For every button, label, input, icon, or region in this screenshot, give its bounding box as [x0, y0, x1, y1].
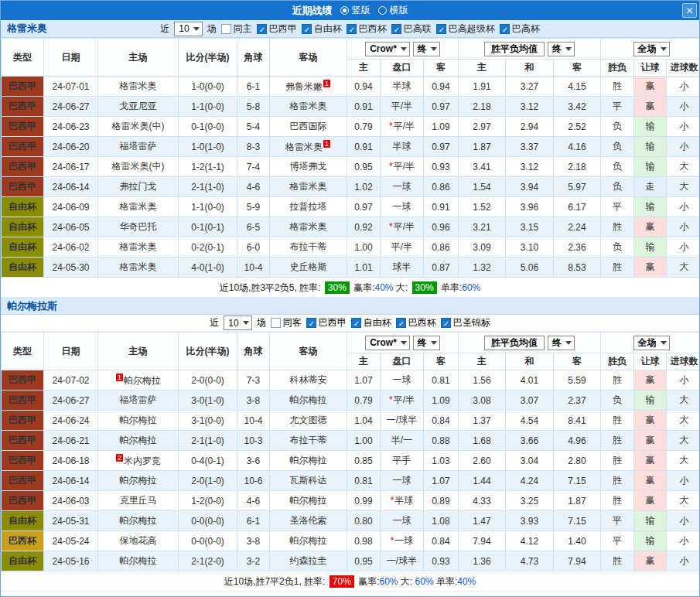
away-team[interactable]: 格雷米奥 — [270, 217, 347, 237]
home-team[interactable]: 保地花高 — [98, 531, 179, 551]
euro-draw-odds: 3.15 — [506, 217, 554, 237]
odds-mode-select[interactable]: 胜平负均值 — [484, 336, 545, 350]
company-final-select[interactable]: 终 — [413, 336, 440, 350]
home-team[interactable]: 2米内罗竞 — [98, 451, 179, 471]
home-team[interactable]: 福塔雷萨 — [98, 137, 179, 157]
odds-mode-select[interactable]: 胜平负均值 — [484, 42, 545, 56]
home-team[interactable]: 帕尔梅拉 — [98, 471, 179, 491]
near-label: 近 — [210, 316, 219, 329]
home-team[interactable]: 格雷米奥 — [98, 237, 179, 258]
handicap-result-cell: 输 — [634, 531, 667, 551]
result-cell: 平 — [601, 531, 634, 551]
scope-select[interactable]: 全场 — [633, 42, 670, 56]
asian-away-odds: 1.09 — [424, 391, 459, 411]
league-checkbox[interactable]: 巴西杯 — [396, 316, 436, 329]
league-checkbox[interactable]: 巴高超级杯 — [436, 22, 495, 36]
league-checkbox[interactable]: 巴西杯 — [347, 22, 387, 36]
team-name-text: 帕尔梅拉 — [120, 475, 157, 486]
away-team[interactable]: 弗鲁米嫩1 — [270, 77, 347, 97]
away-team[interactable]: 帕尔梅拉 — [270, 531, 347, 551]
home-team[interactable]: 帕尔梅拉 — [98, 411, 179, 431]
same-venue-checkbox[interactable]: 同客 — [271, 316, 302, 329]
scope-select-value: 全场 — [638, 43, 657, 56]
euro-draw-odds: 4.24 — [506, 471, 554, 491]
rank-badge: 2 — [116, 454, 123, 462]
league-checkbox[interactable]: 巴高杯 — [500, 22, 540, 36]
away-team[interactable]: 圣洛伦索 — [270, 511, 347, 531]
handicap-result-cell: 走 — [634, 177, 667, 197]
home-team[interactable]: 格雷米奥 — [98, 258, 179, 278]
corner-score: 5-9 — [237, 197, 270, 217]
away-team[interactable]: 格雷米奥1 — [270, 137, 347, 157]
handicap-result-cell: 赢 — [634, 471, 667, 491]
home-team[interactable]: 华奇巴托 — [98, 217, 179, 237]
away-team[interactable]: 约森拉圭 — [270, 551, 347, 571]
away-team[interactable]: 帕尔梅拉 — [270, 391, 347, 411]
away-team[interactable]: 布拉干蒂 — [270, 431, 347, 451]
league-checkbox[interactable]: 巴西甲 — [257, 22, 297, 36]
home-team[interactable]: 弗拉门戈 — [98, 177, 179, 197]
asian-away-odds: 0.84 — [424, 531, 459, 551]
home-team[interactable]: 克里丘马 — [98, 491, 179, 511]
asian-away-odds: 0.91 — [424, 197, 459, 217]
scope-select[interactable]: 全场 — [633, 336, 670, 350]
away-team[interactable]: 博塔弗戈 — [270, 157, 347, 177]
league-checkbox[interactable]: 巴高联 — [391, 22, 432, 36]
league-checkbox-label: 巴西甲 — [269, 22, 297, 36]
home-team[interactable]: 格雷米奥 — [98, 77, 179, 97]
home-team[interactable]: 帕尔梅拉 — [98, 551, 179, 571]
league-checkbox[interactable]: 巴西甲 — [306, 316, 347, 329]
asian-home-odds: 0.85 — [347, 451, 381, 471]
league-checkbox-label: 巴西杯 — [359, 22, 387, 36]
home-team[interactable]: 格雷米奥 — [98, 197, 179, 217]
league-checkbox[interactable]: 自由杯 — [351, 316, 391, 329]
recent-count-select[interactable]: 10 — [174, 22, 202, 36]
home-team[interactable]: 帕尔梅拉 — [98, 511, 179, 531]
away-team[interactable]: 巴西国际 — [270, 117, 347, 137]
home-team[interactable]: 1帕尔梅拉 — [98, 370, 179, 391]
home-team[interactable]: 帕尔梅拉 — [98, 431, 179, 451]
home-team[interactable]: 格雷米奥(中) — [98, 157, 179, 177]
away-team[interactable]: 格雷米奥 — [270, 97, 347, 117]
handicap-result-cell: 输 — [634, 391, 667, 411]
league-checkbox[interactable]: 巴圣锦标 — [441, 316, 490, 329]
corner-score: 3-2 — [237, 551, 270, 571]
home-team[interactable]: 格雷米奥(中) — [98, 117, 179, 137]
away-team[interactable]: 尤文图德 — [270, 411, 347, 431]
team-name-text: 科林蒂安 — [290, 374, 327, 385]
away-team[interactable]: 帕尔梅拉 — [270, 451, 347, 471]
recent-count-select[interactable]: 10 — [224, 316, 251, 330]
radio-vertical[interactable]: 竖版 — [340, 4, 370, 17]
home-team[interactable]: 戈亚尼亚 — [98, 97, 179, 117]
handicap: *平/半 — [381, 157, 424, 177]
away-team[interactable]: 拉普拉塔 — [270, 197, 347, 217]
company-final-select[interactable]: 终 — [413, 42, 440, 56]
col-header-result: 胜负 — [601, 60, 634, 77]
away-team[interactable]: 史丘格斯 — [270, 258, 347, 278]
asian-odds-controls: Crow* 终 — [347, 333, 459, 353]
handicap-result-cell: 赢 — [634, 431, 667, 451]
home-team[interactable]: 福塔雷萨 — [98, 391, 179, 411]
radio-selected-icon — [340, 6, 349, 15]
close-button[interactable]: ✕ — [682, 3, 697, 18]
away-team[interactable]: 科林蒂安 — [270, 370, 347, 391]
away-team[interactable]: 瓦斯科达 — [270, 471, 347, 491]
odds-final-select[interactable]: 终 — [548, 42, 575, 56]
company-select[interactable]: Crow* — [365, 42, 410, 56]
company-select[interactable]: Crow* — [365, 336, 410, 350]
same-venue-checkbox[interactable]: 同主 — [221, 22, 252, 36]
away-team[interactable]: 帕尔梅拉 — [270, 491, 347, 511]
euro-draw-odds: 4.54 — [506, 411, 554, 431]
league-filter-group: 巴西甲自由杯巴西杯巴高联巴高超级杯巴高杯 — [257, 22, 540, 36]
goals-cell: 大 — [667, 451, 700, 471]
league-checkbox[interactable]: 自由杯 — [302, 22, 342, 36]
away-team[interactable]: 格雷米奥 — [270, 177, 347, 197]
radio-horizontal[interactable]: 横版 — [378, 4, 408, 17]
odds-final-select[interactable]: 终 — [548, 336, 575, 350]
league-type-cell: 巴西甲 — [2, 411, 44, 431]
filters-bar: 近 10 场 同主 巴西甲自由杯巴西杯巴高联巴高超级杯巴高杯 — [160, 22, 539, 36]
euro-away-odds: 2.52 — [554, 117, 601, 137]
league-type-cell: 巴西甲 — [2, 391, 44, 411]
away-team[interactable]: 布拉干蒂 — [270, 237, 347, 258]
score: 4-0(1-0) — [179, 258, 237, 278]
